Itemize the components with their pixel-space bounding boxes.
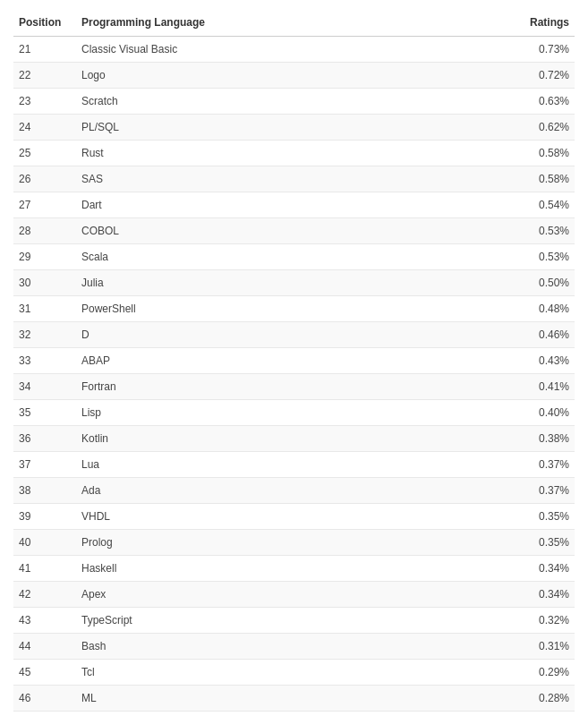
- table-row: 31PowerShell0.48%: [13, 296, 575, 322]
- cell-ratings: 0.58%: [503, 166, 575, 192]
- cell-ratings: 0.62%: [503, 115, 575, 141]
- cell-ratings: 0.37%: [503, 452, 575, 478]
- cell-ratings: 0.58%: [503, 141, 575, 166]
- cell-language: COBOL: [76, 218, 503, 244]
- cell-ratings: 0.72%: [503, 63, 575, 89]
- cell-position: 25: [13, 141, 76, 166]
- cell-position: 45: [13, 660, 76, 686]
- table-row: 44Bash0.31%: [13, 634, 575, 660]
- cell-position: 38: [13, 478, 76, 504]
- cell-position: 44: [13, 634, 76, 660]
- cell-language: Julia: [76, 270, 503, 296]
- cell-position: 29: [13, 244, 76, 270]
- cell-language: Apex: [76, 582, 503, 608]
- header-language: Programming Language: [76, 9, 503, 37]
- table-row: 42Apex0.34%: [13, 582, 575, 608]
- cell-language: Alice: [76, 712, 503, 717]
- cell-position: 43: [13, 608, 76, 634]
- table-header-row: Position Programming Language Ratings: [13, 9, 575, 37]
- table-row: 43TypeScript0.32%: [13, 608, 575, 634]
- cell-ratings: 0.35%: [503, 530, 575, 556]
- cell-position: 31: [13, 296, 76, 322]
- table-row: 22Logo0.72%: [13, 63, 575, 89]
- table-row: 24PL/SQL0.62%: [13, 115, 575, 141]
- table-container: Position Programming Language Ratings 21…: [0, 0, 588, 716]
- cell-position: 41: [13, 556, 76, 582]
- table-row: 34Fortran0.41%: [13, 374, 575, 400]
- table-row: 39VHDL0.35%: [13, 504, 575, 530]
- cell-ratings: 0.28%: [503, 686, 575, 712]
- cell-position: 33: [13, 348, 76, 374]
- cell-language: SAS: [76, 166, 503, 192]
- cell-language: Bash: [76, 634, 503, 660]
- rankings-table: Position Programming Language Ratings 21…: [13, 9, 575, 716]
- cell-language: Lua: [76, 452, 503, 478]
- cell-language: Lisp: [76, 400, 503, 426]
- cell-position: 42: [13, 582, 76, 608]
- header-position: Position: [13, 9, 76, 37]
- cell-language: Logo: [76, 63, 503, 89]
- table-row: 46ML0.28%: [13, 686, 575, 712]
- table-row: 26SAS0.58%: [13, 166, 575, 192]
- cell-ratings: 0.29%: [503, 660, 575, 686]
- cell-language: Haskell: [76, 556, 503, 582]
- cell-ratings: 0.54%: [503, 192, 575, 218]
- cell-language: TypeScript: [76, 608, 503, 634]
- cell-language: ML: [76, 686, 503, 712]
- cell-position: 21: [13, 37, 76, 63]
- table-row: 30Julia0.50%: [13, 270, 575, 296]
- cell-language: D: [76, 322, 503, 348]
- cell-language: Prolog: [76, 530, 503, 556]
- cell-language: Ada: [76, 478, 503, 504]
- cell-position: 26: [13, 166, 76, 192]
- cell-position: 32: [13, 322, 76, 348]
- cell-ratings: 0.31%: [503, 634, 575, 660]
- cell-ratings: 0.43%: [503, 348, 575, 374]
- cell-position: 37: [13, 452, 76, 478]
- cell-ratings: 0.73%: [503, 37, 575, 63]
- cell-ratings: 0.35%: [503, 504, 575, 530]
- cell-language: Scratch: [76, 89, 503, 115]
- table-row: 38Ada0.37%: [13, 478, 575, 504]
- cell-position: 28: [13, 218, 76, 244]
- table-row: 36Kotlin0.38%: [13, 426, 575, 452]
- cell-position: 39: [13, 504, 76, 530]
- cell-position: 22: [13, 63, 76, 89]
- cell-language: Classic Visual Basic: [76, 37, 503, 63]
- cell-position: 36: [13, 426, 76, 452]
- cell-language: Tcl: [76, 660, 503, 686]
- cell-ratings: 0.37%: [503, 478, 575, 504]
- cell-position: 30: [13, 270, 76, 296]
- cell-position: 24: [13, 115, 76, 141]
- cell-language: Scala: [76, 244, 503, 270]
- cell-language: Dart: [76, 192, 503, 218]
- cell-ratings: 0.41%: [503, 374, 575, 400]
- cell-position: 47: [13, 712, 76, 717]
- table-row: 41Haskell0.34%: [13, 556, 575, 582]
- cell-ratings: 0.46%: [503, 322, 575, 348]
- table-row: 47Alice0.27%: [13, 712, 575, 717]
- cell-position: 23: [13, 89, 76, 115]
- cell-ratings: 0.40%: [503, 400, 575, 426]
- cell-language: Kotlin: [76, 426, 503, 452]
- cell-ratings: 0.63%: [503, 89, 575, 115]
- cell-position: 35: [13, 400, 76, 426]
- table-row: 37Lua0.37%: [13, 452, 575, 478]
- table-row: 32D0.46%: [13, 322, 575, 348]
- table-row: 27Dart0.54%: [13, 192, 575, 218]
- table-row: 45Tcl0.29%: [13, 660, 575, 686]
- header-ratings: Ratings: [503, 9, 575, 37]
- cell-ratings: 0.53%: [503, 244, 575, 270]
- cell-language: Rust: [76, 141, 503, 166]
- cell-language: ABAP: [76, 348, 503, 374]
- cell-ratings: 0.32%: [503, 608, 575, 634]
- table-row: 21Classic Visual Basic0.73%: [13, 37, 575, 63]
- cell-ratings: 0.48%: [503, 296, 575, 322]
- cell-position: 40: [13, 530, 76, 556]
- cell-ratings: 0.50%: [503, 270, 575, 296]
- cell-ratings: 0.34%: [503, 582, 575, 608]
- cell-ratings: 0.53%: [503, 218, 575, 244]
- cell-language: Fortran: [76, 374, 503, 400]
- cell-position: 46: [13, 686, 76, 712]
- table-row: 35Lisp0.40%: [13, 400, 575, 426]
